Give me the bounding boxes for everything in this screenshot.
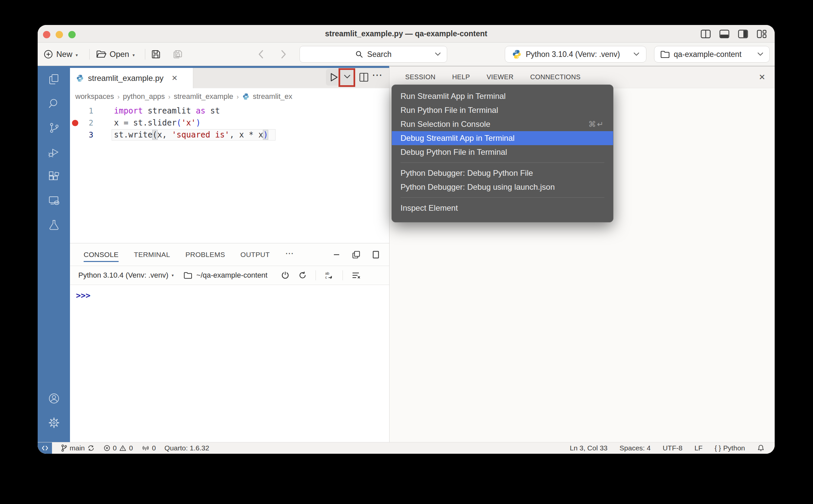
warning-count: 0: [129, 444, 133, 452]
panel-tab-problems[interactable]: PROBLEMS: [185, 243, 225, 266]
panel-restore-icon[interactable]: [352, 250, 361, 259]
menu-item[interactable]: Inspect Element: [392, 201, 613, 215]
clear-console-icon[interactable]: [352, 271, 361, 279]
account-icon[interactable]: [48, 392, 60, 404]
editor-more-actions-icon[interactable]: ⋯: [372, 69, 383, 81]
menu-item[interactable]: Debug Python File in Terminal: [392, 145, 613, 159]
testing-icon[interactable]: [48, 219, 60, 231]
panel-tab-output[interactable]: OUTPUT: [241, 243, 270, 266]
panel-maximize-icon[interactable]: [372, 250, 380, 259]
quarto-version[interactable]: Quarto: 1.6.32: [164, 444, 209, 452]
language-mode[interactable]: { } Python: [715, 444, 745, 452]
toggle-split-layout-icon[interactable]: [701, 30, 711, 38]
encoding-indicator[interactable]: UTF-8: [663, 444, 683, 452]
chevron-down-icon: [634, 52, 640, 56]
panel-tab-terminal[interactable]: TERMINAL: [134, 243, 170, 266]
back-button[interactable]: [258, 43, 264, 66]
console-interpreter-label: Python 3.10.4 (Venv: .venv): [78, 271, 168, 280]
source-control-icon[interactable]: [48, 122, 60, 134]
search-sidebar-icon[interactable]: [48, 98, 60, 110]
chevron-down-icon: [757, 52, 763, 56]
ports-indicator[interactable]: 0: [141, 444, 156, 452]
panel-tab-connections[interactable]: CONNECTIONS: [530, 73, 580, 81]
tab-streamlit-example[interactable]: streamlit_example.py ✕: [70, 68, 193, 88]
console-interpreter-selector[interactable]: Python 3.10.4 (Venv: .venv) ▾: [78, 271, 173, 280]
menu-item[interactable]: Run Python File in Terminal: [392, 103, 613, 117]
toggle-panel-icon[interactable]: [719, 30, 729, 38]
breadcrumb-separator-icon: ›: [237, 93, 239, 101]
menu-item[interactable]: Python Debugger: Debug Python File: [392, 166, 613, 180]
panel-tab-console[interactable]: CONSOLE: [84, 243, 119, 266]
eol-indicator[interactable]: LF: [694, 444, 703, 452]
menu-item[interactable]: Debug Streamlit App in Terminal: [392, 131, 613, 145]
code-line[interactable]: 3st.write(x, 'squared is', x * x): [70, 129, 389, 141]
save-button[interactable]: [151, 43, 161, 66]
run-debug-icon[interactable]: [48, 146, 60, 158]
panel-tab-viewer[interactable]: VIEWER: [486, 73, 513, 81]
cursor-position[interactable]: Ln 3, Col 33: [570, 444, 607, 452]
breadcrumb-separator-icon: ›: [117, 93, 120, 101]
panel-tab-help[interactable]: HELP: [452, 73, 470, 81]
split-editor-icon[interactable]: [359, 73, 369, 82]
breadcrumb-item[interactable]: workspaces: [75, 92, 114, 101]
warning-icon: [119, 444, 127, 452]
open-folder-icon: [96, 50, 106, 59]
save-all-button[interactable]: [172, 43, 183, 66]
remote-explorer-icon[interactable]: [48, 195, 60, 207]
breadcrumb-item[interactable]: streamlit_ex: [253, 92, 293, 101]
panel-tab-session[interactable]: SESSION: [405, 73, 435, 81]
explorer-icon[interactable]: [48, 73, 60, 85]
interpreter-selector[interactable]: Python 3.10.4 (Venv: .venv): [505, 46, 647, 63]
run-file-button[interactable]: [328, 71, 340, 83]
toggle-secondary-sidebar-icon[interactable]: [738, 30, 748, 38]
bottom-panel: CONSOLETERMINALPROBLEMSOUTPUT ⋯ Pyth: [70, 243, 389, 442]
code-editor[interactable]: 1import streamlit as st2x = st.slider('x…: [70, 105, 389, 243]
new-button[interactable]: New ▾: [44, 43, 78, 66]
menu-item[interactable]: Run Selection in Console⌘↵: [392, 117, 613, 131]
console-prompt: >>>: [76, 291, 90, 300]
code-text: x = st.slider('x'): [114, 118, 200, 127]
restart-console-icon[interactable]: [298, 271, 307, 280]
menu-item[interactable]: Run Streamlit App in Terminal: [392, 89, 613, 103]
breakpoint-icon[interactable]: [72, 120, 78, 126]
folder-icon: [183, 272, 192, 279]
tab-close-icon[interactable]: ✕: [171, 74, 177, 83]
code-line[interactable]: 1import streamlit as st: [70, 105, 389, 117]
settings-gear-icon[interactable]: [48, 417, 60, 429]
panel-minimize-icon[interactable]: [333, 251, 341, 259]
dropdown-caret-icon: ▾: [133, 53, 135, 58]
panel-close-icon[interactable]: ✕: [759, 66, 765, 88]
forward-button[interactable]: [280, 43, 287, 66]
open-button[interactable]: Open ▾: [96, 43, 135, 66]
folder-icon: [661, 50, 670, 58]
search-placeholder: Search: [367, 50, 392, 59]
breadcrumb[interactable]: workspaces›python_apps›streamlit_example…: [70, 88, 389, 105]
breadcrumb-item[interactable]: python_apps: [123, 92, 165, 101]
breadcrumb-item[interactable]: streamlit_example: [174, 92, 234, 101]
shutdown-console-icon[interactable]: [281, 271, 290, 280]
run-dropdown-menu: Run Streamlit App in TerminalRun Python …: [392, 85, 614, 222]
notifications-bell-icon[interactable]: [757, 444, 765, 452]
extensions-icon[interactable]: [48, 170, 60, 182]
branch-indicator[interactable]: main: [61, 444, 95, 452]
code-line[interactable]: 2x = st.slider('x'): [70, 117, 389, 129]
workspace-folder-selector[interactable]: qa-example-content: [654, 46, 770, 63]
customize-layout-icon[interactable]: [757, 30, 767, 38]
problems-indicator[interactable]: 0 0: [103, 444, 133, 452]
menu-separator: [401, 197, 604, 198]
svg-text:ab: ab: [325, 271, 329, 275]
save-all-icon: [172, 49, 183, 59]
titlebar: streamlit_example.py — qa-example-conten…: [38, 25, 775, 43]
console-output[interactable]: >>>: [70, 285, 389, 442]
editor-group: streamlit_example.py ✕ ⋯ workspaces›pyth…: [70, 66, 389, 442]
dropdown-caret-icon: ▾: [76, 53, 78, 58]
search-input[interactable]: Search: [300, 46, 447, 63]
save-icon: [151, 49, 161, 59]
console-toolbar: Python 3.10.4 (Venv: .venv) ▾ ~/qa-examp…: [70, 266, 389, 285]
remote-indicator[interactable]: [38, 442, 52, 454]
menu-item[interactable]: Python Debugger: Debug using launch.json: [392, 180, 613, 194]
panel-more-actions-icon[interactable]: ⋯: [285, 248, 294, 259]
panel-tab-bar: CONSOLETERMINALPROBLEMSOUTPUT ⋯: [70, 243, 389, 266]
word-wrap-icon[interactable]: abc: [325, 271, 334, 280]
indentation-indicator[interactable]: Spaces: 4: [620, 444, 651, 452]
